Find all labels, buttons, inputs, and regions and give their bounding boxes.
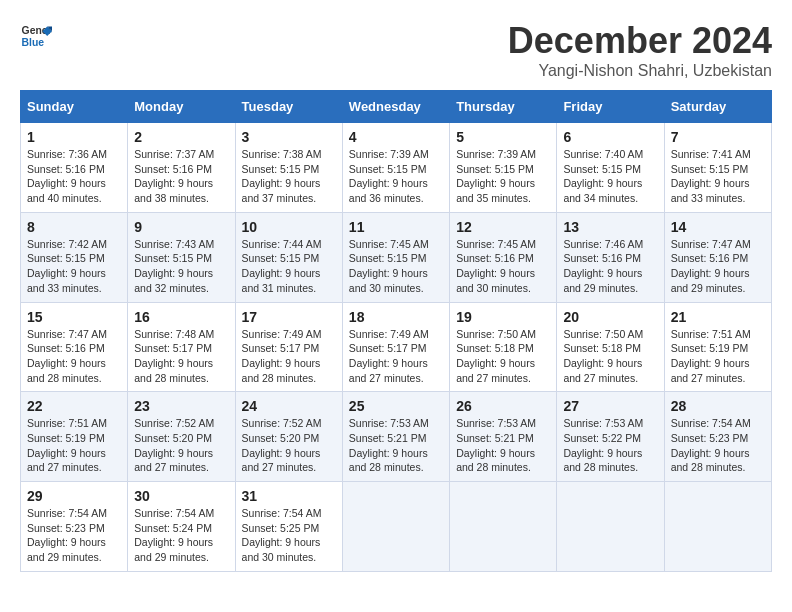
day-number: 11	[349, 219, 443, 235]
calendar-row: 22 Sunrise: 7:51 AM Sunset: 5:19 PM Dayl…	[21, 392, 772, 482]
day-number: 26	[456, 398, 550, 414]
table-cell: 9 Sunrise: 7:43 AM Sunset: 5:15 PM Dayli…	[128, 212, 235, 302]
day-detail: Sunrise: 7:49 AM Sunset: 5:17 PM Dayligh…	[242, 327, 336, 386]
table-cell: 29 Sunrise: 7:54 AM Sunset: 5:23 PM Dayl…	[21, 482, 128, 572]
header: General Blue December 2024 Yangi-Nishon …	[20, 20, 772, 80]
day-number: 3	[242, 129, 336, 145]
table-cell: 3 Sunrise: 7:38 AM Sunset: 5:15 PM Dayli…	[235, 123, 342, 213]
day-number: 31	[242, 488, 336, 504]
table-cell: 2 Sunrise: 7:37 AM Sunset: 5:16 PM Dayli…	[128, 123, 235, 213]
table-cell: 28 Sunrise: 7:54 AM Sunset: 5:23 PM Dayl…	[664, 392, 771, 482]
table-cell: 13 Sunrise: 7:46 AM Sunset: 5:16 PM Dayl…	[557, 212, 664, 302]
day-number: 12	[456, 219, 550, 235]
table-cell: 27 Sunrise: 7:53 AM Sunset: 5:22 PM Dayl…	[557, 392, 664, 482]
day-detail: Sunrise: 7:45 AM Sunset: 5:15 PM Dayligh…	[349, 237, 443, 296]
day-detail: Sunrise: 7:43 AM Sunset: 5:15 PM Dayligh…	[134, 237, 228, 296]
col-tuesday: Tuesday	[235, 91, 342, 123]
day-number: 16	[134, 309, 228, 325]
day-detail: Sunrise: 7:50 AM Sunset: 5:18 PM Dayligh…	[456, 327, 550, 386]
table-cell: 17 Sunrise: 7:49 AM Sunset: 5:17 PM Dayl…	[235, 302, 342, 392]
day-number: 14	[671, 219, 765, 235]
day-detail: Sunrise: 7:52 AM Sunset: 5:20 PM Dayligh…	[134, 416, 228, 475]
day-number: 21	[671, 309, 765, 325]
day-detail: Sunrise: 7:54 AM Sunset: 5:23 PM Dayligh…	[671, 416, 765, 475]
table-cell: 25 Sunrise: 7:53 AM Sunset: 5:21 PM Dayl…	[342, 392, 449, 482]
day-detail: Sunrise: 7:45 AM Sunset: 5:16 PM Dayligh…	[456, 237, 550, 296]
day-number: 7	[671, 129, 765, 145]
day-detail: Sunrise: 7:44 AM Sunset: 5:15 PM Dayligh…	[242, 237, 336, 296]
table-cell: 21 Sunrise: 7:51 AM Sunset: 5:19 PM Dayl…	[664, 302, 771, 392]
table-cell: 16 Sunrise: 7:48 AM Sunset: 5:17 PM Dayl…	[128, 302, 235, 392]
day-detail: Sunrise: 7:40 AM Sunset: 5:15 PM Dayligh…	[563, 147, 657, 206]
day-detail: Sunrise: 7:54 AM Sunset: 5:25 PM Dayligh…	[242, 506, 336, 565]
day-number: 17	[242, 309, 336, 325]
table-cell	[342, 482, 449, 572]
calendar-row: 29 Sunrise: 7:54 AM Sunset: 5:23 PM Dayl…	[21, 482, 772, 572]
table-cell	[450, 482, 557, 572]
day-number: 20	[563, 309, 657, 325]
day-detail: Sunrise: 7:47 AM Sunset: 5:16 PM Dayligh…	[671, 237, 765, 296]
day-number: 19	[456, 309, 550, 325]
day-detail: Sunrise: 7:39 AM Sunset: 5:15 PM Dayligh…	[349, 147, 443, 206]
day-detail: Sunrise: 7:50 AM Sunset: 5:18 PM Dayligh…	[563, 327, 657, 386]
day-detail: Sunrise: 7:54 AM Sunset: 5:23 PM Dayligh…	[27, 506, 121, 565]
calendar-row: 15 Sunrise: 7:47 AM Sunset: 5:16 PM Dayl…	[21, 302, 772, 392]
col-sunday: Sunday	[21, 91, 128, 123]
day-number: 18	[349, 309, 443, 325]
svg-text:Blue: Blue	[22, 37, 45, 48]
day-number: 25	[349, 398, 443, 414]
calendar-title: December 2024	[508, 20, 772, 62]
day-detail: Sunrise: 7:42 AM Sunset: 5:15 PM Dayligh…	[27, 237, 121, 296]
day-number: 23	[134, 398, 228, 414]
col-saturday: Saturday	[664, 91, 771, 123]
header-row: Sunday Monday Tuesday Wednesday Thursday…	[21, 91, 772, 123]
day-number: 5	[456, 129, 550, 145]
table-cell: 10 Sunrise: 7:44 AM Sunset: 5:15 PM Dayl…	[235, 212, 342, 302]
table-cell: 31 Sunrise: 7:54 AM Sunset: 5:25 PM Dayl…	[235, 482, 342, 572]
day-detail: Sunrise: 7:38 AM Sunset: 5:15 PM Dayligh…	[242, 147, 336, 206]
table-cell: 22 Sunrise: 7:51 AM Sunset: 5:19 PM Dayl…	[21, 392, 128, 482]
day-number: 6	[563, 129, 657, 145]
col-friday: Friday	[557, 91, 664, 123]
day-detail: Sunrise: 7:53 AM Sunset: 5:21 PM Dayligh…	[456, 416, 550, 475]
day-number: 2	[134, 129, 228, 145]
table-cell: 11 Sunrise: 7:45 AM Sunset: 5:15 PM Dayl…	[342, 212, 449, 302]
day-detail: Sunrise: 7:37 AM Sunset: 5:16 PM Dayligh…	[134, 147, 228, 206]
table-cell: 26 Sunrise: 7:53 AM Sunset: 5:21 PM Dayl…	[450, 392, 557, 482]
day-detail: Sunrise: 7:53 AM Sunset: 5:22 PM Dayligh…	[563, 416, 657, 475]
day-number: 9	[134, 219, 228, 235]
day-detail: Sunrise: 7:47 AM Sunset: 5:16 PM Dayligh…	[27, 327, 121, 386]
table-cell: 8 Sunrise: 7:42 AM Sunset: 5:15 PM Dayli…	[21, 212, 128, 302]
table-cell: 14 Sunrise: 7:47 AM Sunset: 5:16 PM Dayl…	[664, 212, 771, 302]
day-number: 13	[563, 219, 657, 235]
table-cell	[664, 482, 771, 572]
table-cell: 7 Sunrise: 7:41 AM Sunset: 5:15 PM Dayli…	[664, 123, 771, 213]
day-number: 8	[27, 219, 121, 235]
day-detail: Sunrise: 7:48 AM Sunset: 5:17 PM Dayligh…	[134, 327, 228, 386]
day-number: 24	[242, 398, 336, 414]
day-detail: Sunrise: 7:52 AM Sunset: 5:20 PM Dayligh…	[242, 416, 336, 475]
day-number: 28	[671, 398, 765, 414]
day-number: 29	[27, 488, 121, 504]
day-detail: Sunrise: 7:36 AM Sunset: 5:16 PM Dayligh…	[27, 147, 121, 206]
day-number: 27	[563, 398, 657, 414]
logo-icon: General Blue	[20, 20, 52, 52]
col-monday: Monday	[128, 91, 235, 123]
day-detail: Sunrise: 7:51 AM Sunset: 5:19 PM Dayligh…	[671, 327, 765, 386]
col-wednesday: Wednesday	[342, 91, 449, 123]
title-block: December 2024 Yangi-Nishon Shahri, Uzbek…	[508, 20, 772, 80]
day-number: 22	[27, 398, 121, 414]
day-number: 10	[242, 219, 336, 235]
calendar-table: Sunday Monday Tuesday Wednesday Thursday…	[20, 90, 772, 572]
calendar-row: 1 Sunrise: 7:36 AM Sunset: 5:16 PM Dayli…	[21, 123, 772, 213]
table-cell: 24 Sunrise: 7:52 AM Sunset: 5:20 PM Dayl…	[235, 392, 342, 482]
day-number: 4	[349, 129, 443, 145]
table-cell: 12 Sunrise: 7:45 AM Sunset: 5:16 PM Dayl…	[450, 212, 557, 302]
table-cell: 18 Sunrise: 7:49 AM Sunset: 5:17 PM Dayl…	[342, 302, 449, 392]
day-detail: Sunrise: 7:41 AM Sunset: 5:15 PM Dayligh…	[671, 147, 765, 206]
day-number: 30	[134, 488, 228, 504]
day-detail: Sunrise: 7:46 AM Sunset: 5:16 PM Dayligh…	[563, 237, 657, 296]
day-number: 1	[27, 129, 121, 145]
day-detail: Sunrise: 7:53 AM Sunset: 5:21 PM Dayligh…	[349, 416, 443, 475]
table-cell: 30 Sunrise: 7:54 AM Sunset: 5:24 PM Dayl…	[128, 482, 235, 572]
